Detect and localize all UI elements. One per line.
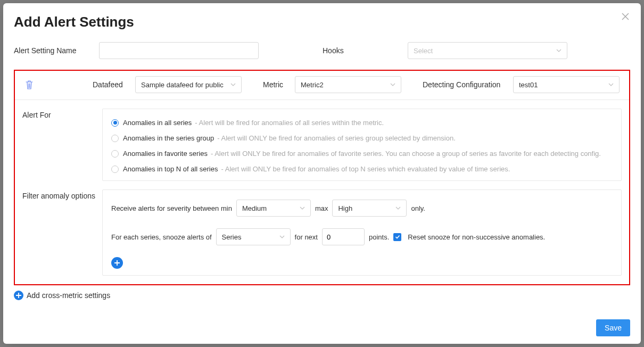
option-title: Anomalies in all series xyxy=(123,119,192,127)
close-icon[interactable] xyxy=(622,13,629,20)
detecting-config-select[interactable]: test01 xyxy=(513,76,620,93)
chevron-down-icon xyxy=(556,48,562,53)
detecting-config-value: test01 xyxy=(519,81,538,89)
severity-min-value: Medium xyxy=(242,204,267,212)
datafeed-value: Sample datafeed for public xyxy=(141,81,224,89)
snooze-prefix: For each series, snooze alerts of xyxy=(111,233,212,241)
snooze-mid: for next xyxy=(295,233,318,241)
alert-name-input[interactable] xyxy=(99,42,259,59)
trash-icon[interactable] xyxy=(24,79,34,90)
chevron-down-icon xyxy=(395,205,401,211)
hooks-select[interactable]: Select xyxy=(408,42,567,59)
modal-add-alert-settings: Add Alert Settings Alert Setting Name Ho… xyxy=(3,3,641,344)
modal-footer: Save xyxy=(14,315,630,336)
chevron-down-icon xyxy=(230,82,236,87)
chevron-down-icon xyxy=(390,82,395,87)
alert-for-option-favorite-series[interactable]: Anomalies in favorite series - Alert wil… xyxy=(111,150,613,158)
chevron-down-icon xyxy=(608,82,614,87)
option-title: Anomalies in the series group xyxy=(123,134,214,142)
radio-icon xyxy=(111,166,119,173)
metric-label: Metric xyxy=(263,80,295,89)
save-button[interactable]: Save xyxy=(596,319,630,336)
severity-max-value: High xyxy=(338,204,352,212)
highlighted-settings-panel: Datafeed Sample datafeed for public Metr… xyxy=(14,70,630,285)
option-desc: - Alert will ONLY be fired for anomalies… xyxy=(217,134,456,142)
datafeed-select[interactable]: Sample datafeed for public xyxy=(135,76,242,93)
alert-for-option-series-group[interactable]: Anomalies in the series group - Alert wi… xyxy=(111,134,613,142)
severity-line: Receive alerts for severity between min … xyxy=(111,200,613,217)
hooks-placeholder: Select xyxy=(414,47,433,55)
reset-snooze-checkbox[interactable] xyxy=(393,233,401,241)
add-cross-metric-label: Add cross-metric settings xyxy=(27,291,110,300)
alert-for-card: Anomalies in all series - Alert will be … xyxy=(102,109,622,181)
snooze-scope-value: Series xyxy=(222,233,242,241)
metric-value: Metric2 xyxy=(301,81,324,89)
detecting-config-label: Detecting Configuration xyxy=(423,80,513,89)
radio-icon xyxy=(111,150,119,158)
alert-name-label: Alert Setting Name xyxy=(14,46,99,55)
filter-card: Receive alerts for severity between min … xyxy=(102,189,622,276)
snooze-scope-select[interactable]: Series xyxy=(216,228,291,245)
option-title: Anomalies in top N of all series xyxy=(123,165,218,173)
chevron-down-icon xyxy=(279,234,285,239)
filter-section: Filter anomaly options Receive alerts fo… xyxy=(15,189,629,284)
datafeed-label: Datafeed xyxy=(93,80,135,89)
add-cross-metric-button[interactable]: Add cross-metric settings xyxy=(14,291,630,300)
config-top-row: Datafeed Sample datafeed for public Metr… xyxy=(15,71,629,100)
severity-suffix: only. xyxy=(411,204,425,212)
severity-mid: max xyxy=(315,204,328,212)
severity-min-select[interactable]: Medium xyxy=(236,200,311,217)
radio-icon xyxy=(111,119,119,127)
option-title: Anomalies in favorite series xyxy=(123,150,208,158)
chevron-down-icon xyxy=(300,205,305,211)
snooze-line: For each series, snooze alerts of Series… xyxy=(111,228,613,245)
reset-snooze-label: Reset snooze for non-successive anomalie… xyxy=(408,233,545,241)
metric-select[interactable]: Metric2 xyxy=(295,76,401,93)
row-name-hooks: Alert Setting Name Hooks Select xyxy=(14,42,630,59)
snooze-suffix: points. xyxy=(369,233,389,241)
severity-max-select[interactable]: High xyxy=(332,200,407,217)
option-desc: - Alert will be fired for anomalies of a… xyxy=(195,119,384,127)
option-desc: - Alert will ONLY be fired for anomalies… xyxy=(221,165,510,173)
filter-label: Filter anomaly options xyxy=(22,189,102,276)
add-filter-button[interactable] xyxy=(111,257,123,269)
option-desc: - Alert will ONLY be fired for anomalies… xyxy=(211,150,601,158)
alert-for-option-all-series[interactable]: Anomalies in all series - Alert will be … xyxy=(111,119,613,127)
alert-for-option-top-n[interactable]: Anomalies in top N of all series - Alert… xyxy=(111,165,613,173)
radio-icon xyxy=(111,135,119,142)
snooze-points-input[interactable] xyxy=(322,228,365,245)
plus-icon xyxy=(14,291,23,300)
alert-for-section: Alert For Anomalies in all series - Aler… xyxy=(15,100,629,189)
severity-prefix: Receive alerts for severity between min xyxy=(111,204,232,212)
hooks-label: Hooks xyxy=(323,46,408,55)
alert-for-label: Alert For xyxy=(22,109,102,181)
modal-title: Add Alert Settings xyxy=(14,14,630,30)
